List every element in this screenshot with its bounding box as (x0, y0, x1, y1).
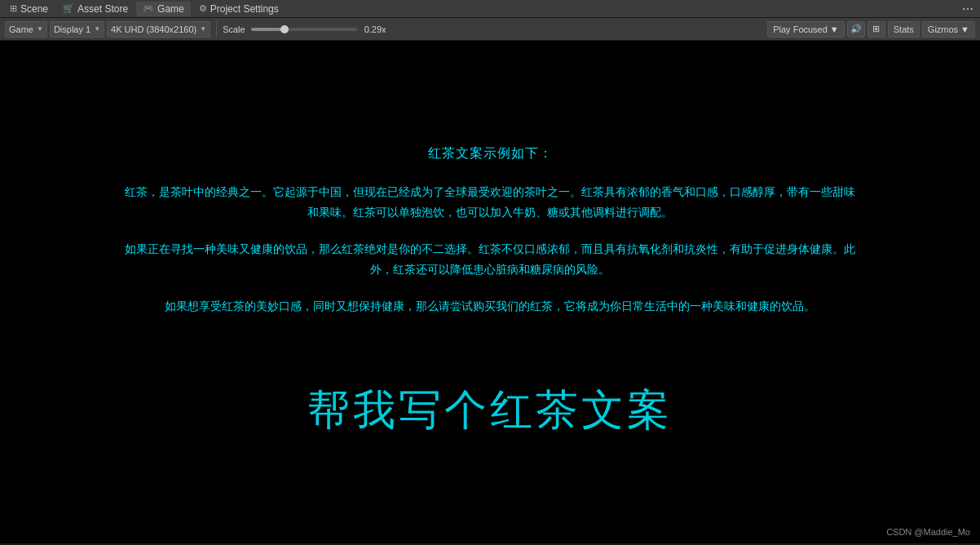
scale-slider-fill (251, 28, 284, 31)
game-area: 红茶文案示例如下： 红茶，是茶叶中的经典之一。它起源于中国，但现在已经成为了全球… (0, 41, 980, 543)
game-dropdown-chevron: ▼ (37, 25, 43, 33)
stats-button[interactable]: Stats (888, 21, 920, 38)
stats-label: Stats (894, 24, 914, 34)
menu-bar: ⊞ Scene 🛒 Asset Store 🎮 Game ⚙ Project S… (0, 0, 980, 18)
toolbar-divider-1 (216, 22, 217, 37)
game-dropdown[interactable]: Game ▼ (5, 21, 47, 38)
watermark: CSDN @Maddie_Mo (886, 527, 970, 537)
gizmos-chevron: ▼ (960, 24, 969, 34)
paragraph-1: 红茶，是茶叶中的经典之一。它起源于中国，但现在已经成为了全球最受欢迎的茶叶之一。… (123, 182, 857, 223)
paragraph-2: 如果正在寻找一种美味又健康的饮品，那么红茶绝对是你的不二选择。红茶不仅口感浓郁，… (123, 239, 857, 280)
display-dropdown-label: Display 1 (54, 24, 90, 34)
game-content: 红茶文案示例如下： 红茶，是茶叶中的经典之一。它起源于中国，但现在已经成为了全球… (0, 41, 980, 543)
menu-game-label: Game (157, 3, 184, 15)
play-focused-label: Play Focused (773, 24, 828, 34)
scene-icon: ⊞ (10, 3, 17, 14)
scale-slider-thumb (280, 25, 289, 33)
resolution-dropdown-label: 4K UHD (3840x2160) (111, 24, 196, 34)
menu-project-settings-label: Project Settings (210, 3, 279, 15)
paragraph-3: 如果想享受红茶的美妙口感，同时又想保持健康，那么请尝试购买我们的红茶，它将成为你… (123, 296, 857, 317)
gizmos-label: Gizmos (928, 24, 958, 34)
toolbar-left-group: Game ▼ Display 1 ▼ 4K UHD (3840x2160) ▼ … (5, 21, 386, 38)
grid-button[interactable]: ⊞ (867, 21, 885, 38)
content-title: 红茶文案示例如下： (123, 145, 857, 162)
scale-label: Scale (223, 24, 245, 34)
display-dropdown-chevron: ▼ (94, 25, 100, 33)
resolution-dropdown-chevron: ▼ (200, 25, 206, 33)
large-text: 帮我写个红茶文案 (307, 382, 673, 439)
menu-scene-label: Scene (20, 3, 48, 15)
store-icon: 🛒 (63, 3, 74, 14)
resolution-dropdown[interactable]: 4K UHD (3840x2160) ▼ (107, 21, 210, 38)
menu-project-settings[interactable]: ⚙ Project Settings (192, 2, 285, 16)
toolbar: Game ▼ Display 1 ▼ 4K UHD (3840x2160) ▼ … (0, 18, 980, 41)
menu-overflow[interactable]: ⋯ (959, 2, 977, 16)
grid-icon: ⊞ (872, 24, 880, 34)
game-icon: 🎮 (143, 3, 154, 14)
gizmos-button[interactable]: Gizmos ▼ (922, 21, 975, 38)
content-section: 红茶文案示例如下： 红茶，是茶叶中的经典之一。它起源于中国，但现在已经成为了全球… (123, 145, 857, 334)
play-focused-chevron: ▼ (830, 24, 839, 34)
audio-icon: 🔊 (850, 24, 862, 34)
display-dropdown[interactable]: Display 1 ▼ (50, 21, 104, 38)
audio-toggle-button[interactable]: 🔊 (847, 21, 865, 38)
scale-value: 0.29x (364, 24, 386, 34)
menu-scene[interactable]: ⊞ Scene (3, 2, 55, 16)
toolbar-right-group: Play Focused ▼ 🔊 ⊞ Stats Gizmos ▼ (767, 21, 975, 38)
settings-icon: ⚙ (199, 3, 207, 14)
play-focused-button[interactable]: Play Focused ▼ (767, 21, 845, 38)
menu-game[interactable]: 🎮 Game (136, 2, 191, 16)
game-dropdown-label: Game (9, 24, 33, 34)
scale-slider[interactable] (251, 28, 357, 31)
menu-asset-store-label: Asset Store (77, 3, 128, 15)
menu-asset-store[interactable]: 🛒 Asset Store (56, 2, 135, 16)
